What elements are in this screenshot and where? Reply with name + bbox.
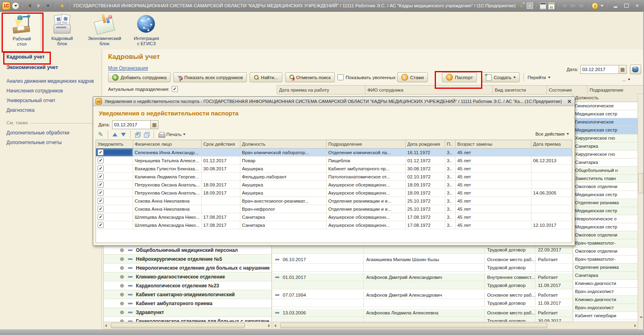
list-item[interactable]: Заместитель главн: [573, 175, 638, 183]
database-settings-button[interactable]: [630, 65, 641, 74]
sidebar-item-extra-reports[interactable]: Дополнительные отчеты: [6, 140, 62, 145]
scroll-right-icon[interactable]: [268, 324, 270, 327]
scroll-down-icon[interactable]: [640, 316, 643, 318]
notification-row[interactable]: Шляпцева Александра Нико... 17.08.2017 С…: [96, 213, 572, 221]
notify-checkbox[interactable]: [98, 165, 104, 172]
list-item[interactable]: Отделение реанима: [573, 264, 638, 272]
notify-checkbox[interactable]: [98, 214, 104, 220]
header-state[interactable]: Состояние: [547, 86, 588, 94]
tree-row[interactable]: ⊕Кабинет амбулаторного приема: [104, 299, 271, 308]
memory-m-plus-button[interactable]: M+: [570, 2, 577, 9]
notify-checkbox[interactable]: [98, 157, 104, 163]
sidebar-item-universal-report[interactable]: Универсальный отчет: [6, 98, 55, 103]
list-item[interactable]: Врач-эндоскопист: [573, 288, 638, 296]
list-item[interactable]: Хирургическое гно: [573, 151, 638, 159]
header-valid-until[interactable]: Срок действия: [202, 140, 240, 148]
header-hire-date[interactable]: Дата приема: [531, 140, 572, 148]
list-item[interactable]: Медицинская сестр: [573, 110, 638, 118]
check-all-icon[interactable]: ✓: [135, 132, 140, 137]
edit-pencil-icon[interactable]: ✎: [98, 131, 103, 138]
sidebar-item-employee-accruals[interactable]: Начисления сотрудников: [6, 88, 63, 94]
scroll-left-icon[interactable]: [105, 324, 107, 327]
scrollbar-thumb[interactable]: [280, 323, 547, 328]
create-button[interactable]: Создать: [482, 72, 520, 82]
cancel-search-button[interactable]: ✗ Отменить поиск: [285, 72, 335, 82]
notification-row[interactable]: Сокова Анна Николаевна Врач-нефролог Отд…: [96, 205, 572, 213]
list-item[interactable]: Ожоговое отделени: [573, 231, 638, 239]
dialog-date-input[interactable]: 03.12.2017: [112, 120, 151, 129]
header-department[interactable]: Подразделение: [327, 140, 406, 148]
experience-button[interactable]: i Стажи: [397, 72, 428, 82]
dialog-titlebar[interactable]: 1С Уведомления о недействительности пасп…: [93, 97, 575, 106]
list-item[interactable]: Врач-травматолог-: [573, 255, 638, 264]
list-item[interactable]: Гинекологическое: [573, 102, 638, 110]
expand-icon[interactable]: ⊕: [120, 283, 126, 289]
sidebar-item-extra-processing[interactable]: Дополнительные обработки: [6, 130, 69, 136]
header-employment[interactable]: Вид занятости: [493, 86, 547, 94]
move-down-icon[interactable]: [121, 133, 126, 136]
expand-icon[interactable]: ⊕: [120, 265, 126, 271]
tree-row[interactable]: ⊕Кардиологическое отделение №23: [104, 281, 271, 290]
actual-departments-checkbox[interactable]: [172, 86, 178, 92]
nav-back-button[interactable]: [25, 2, 33, 10]
tree-row[interactable]: ⊕Неврологическое отделение для больных с…: [104, 264, 271, 272]
calendar-picker-icon[interactable]: ▦: [151, 120, 158, 129]
scroll-right-icon[interactable]: [634, 324, 636, 327]
checkbox-unchecked[interactable]: [338, 74, 344, 80]
notification-row[interactable]: Вахидова Гулистон Бекназа... 30.08.2017 …: [96, 165, 572, 173]
header-person[interactable]: Физическое лицо: [133, 140, 202, 148]
app-logo-1c-icon[interactable]: 1С: [2, 2, 10, 10]
notify-checkbox[interactable]: [98, 174, 104, 180]
tab-desktop[interactable]: Рабочийстол: [2, 13, 41, 50]
list-item[interactable]: Хирургическое гно: [573, 134, 638, 142]
list-item[interactable]: Медицинская сестр: [573, 223, 638, 231]
nav-forward-button[interactable]: [35, 2, 43, 10]
tree-row[interactable]: ⊕Общебольничный медицинский персонал: [104, 246, 271, 255]
passport-button[interactable]: ! Паспорт: [442, 72, 477, 82]
notify-checkbox[interactable]: [98, 149, 104, 155]
cell-notify[interactable]: [96, 213, 133, 221]
cell-notify[interactable]: [96, 157, 133, 164]
notification-row[interactable]: Шляпцева Александра Нико... 17.08.2017 С…: [96, 221, 572, 229]
list-item[interactable]: Кабинет гипербари: [573, 312, 638, 320]
cell-notify[interactable]: [96, 205, 133, 213]
calculator-icon[interactable]: [540, 2, 546, 9]
notify-checkbox[interactable]: [98, 222, 104, 228]
cell-notify[interactable]: [96, 181, 133, 188]
notification-row[interactable]: Петрухнова Оксана Анатоль... 18.09.2017 …: [96, 181, 572, 189]
list-item[interactable]: Санитарка: [573, 142, 638, 151]
tree-horizontal-scrollbar[interactable]: [103, 322, 272, 329]
list-item[interactable]: Санитарка: [573, 272, 638, 280]
info-icon[interactable]: i: [592, 2, 598, 9]
cell-notify[interactable]: [96, 165, 133, 172]
scrollbar-thumb[interactable]: [111, 323, 245, 328]
favorites-list-icon[interactable]: ★: [526, 2, 533, 9]
expand-icon[interactable]: ⊕: [120, 309, 126, 315]
employee-group[interactable]: 07.07.1994 Агафонов Дмитрий Александрови…: [273, 291, 573, 309]
calendar-icon[interactable]: 31: [548, 2, 555, 9]
header-department[interactable]: Подразделение: [588, 86, 644, 94]
notify-checkbox[interactable]: [98, 198, 104, 204]
calendar-picker-icon[interactable]: ▦: [619, 65, 627, 74]
tree-row[interactable]: ⊕Нейрохирургическое отделение №5: [104, 255, 271, 264]
sidebar-item-diagnostics[interactable]: Диагностика: [6, 107, 35, 113]
employee-group-partial[interactable]: Трудовой договор 22.09.2017: [273, 246, 573, 255]
close-button[interactable]: ✕: [633, 2, 642, 9]
header-birth-date[interactable]: Дата рождения: [406, 140, 445, 148]
add-employee-button[interactable]: + Добавить сотрудника: [108, 72, 171, 82]
list-item[interactable]: Клинико-диагности: [573, 280, 638, 288]
sidebar-item-economic-accounting[interactable]: Экономический учет: [6, 65, 58, 70]
dialog-close-icon[interactable]: ✕: [566, 98, 573, 105]
main-menu-caret[interactable]: [12, 2, 19, 10]
header-replace-age[interactable]: Возраст замены: [456, 140, 531, 148]
notification-row[interactable]: Сокова Анна Николаевна Врач-анестезиолог…: [96, 197, 572, 205]
maximize-button[interactable]: [622, 2, 631, 9]
list-item-selected[interactable]: Медицинская сестр: [573, 126, 638, 134]
print-menu-button[interactable]: Печать: [158, 132, 186, 137]
employee-group[interactable]: 13.03.2006 Агафонова Людмила Алексеевна …: [273, 309, 573, 322]
date-input[interactable]: 03.12.2017: [580, 65, 619, 74]
list-item[interactable]: Ожоговое отделени: [573, 247, 638, 255]
notification-row-selected[interactable]: Селезнева Инна Александр... Врач клиниче…: [96, 149, 572, 157]
favorites-star-icon[interactable]: ★: [58, 2, 66, 10]
list-item[interactable]: Медицинская сестр: [573, 207, 638, 215]
